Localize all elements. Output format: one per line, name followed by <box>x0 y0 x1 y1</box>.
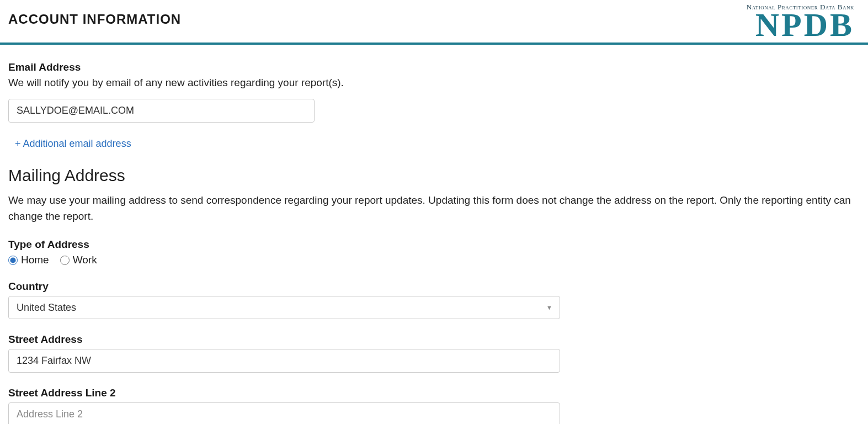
email-help: We will notify you by email of any new a… <box>8 77 860 89</box>
npdb-logo: National Practitioner Data Bank NPDB <box>747 3 860 43</box>
logo-main: NPDB <box>747 8 854 41</box>
address-type-work-label[interactable]: Work <box>60 254 97 266</box>
address-type-home-text: Home <box>21 254 49 266</box>
street-input[interactable] <box>8 349 560 373</box>
street-label: Street Address <box>8 333 860 346</box>
street2-input[interactable] <box>8 402 560 424</box>
address-type-work-radio[interactable] <box>60 256 70 265</box>
page-header: ACCOUNT INFORMATION National Practitione… <box>0 0 868 45</box>
email-label: Email Address <box>8 61 860 73</box>
country-group: Country United States ▼ <box>8 280 860 319</box>
page-title: ACCOUNT INFORMATION <box>8 12 181 43</box>
email-group: Email Address We will notify you by emai… <box>8 61 860 150</box>
address-type-home-label[interactable]: Home <box>8 254 49 266</box>
country-select[interactable]: United States <box>8 296 560 319</box>
street-group: Street Address <box>8 333 860 373</box>
add-email-link[interactable]: + Additional email address <box>15 138 131 150</box>
mailing-desc: We may use your mailing address to send … <box>8 193 860 224</box>
country-label: Country <box>8 280 860 293</box>
email-input[interactable] <box>8 99 315 123</box>
street2-group: Street Address Line 2 <box>8 387 860 424</box>
address-type-work-text: Work <box>73 254 97 266</box>
mailing-heading: Mailing Address <box>8 166 860 185</box>
country-select-wrap: United States ▼ <box>8 296 560 319</box>
address-type-options: Home Work <box>8 254 860 266</box>
address-type-group: Type of Address Home Work <box>8 239 860 266</box>
content-area: Email Address We will notify you by emai… <box>0 45 868 424</box>
address-type-home-radio[interactable] <box>8 256 18 265</box>
address-type-label: Type of Address <box>8 239 860 251</box>
street2-label: Street Address Line 2 <box>8 387 860 399</box>
